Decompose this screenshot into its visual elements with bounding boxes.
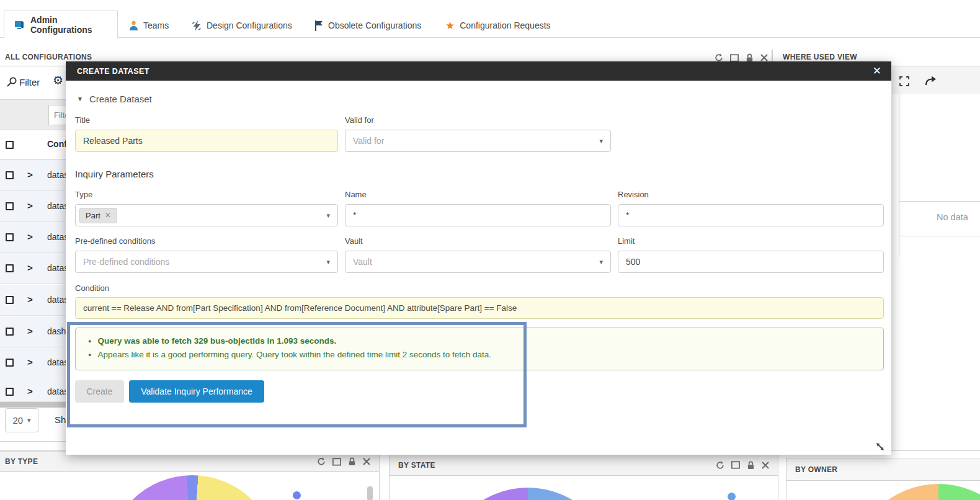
tab-label: Configuration Requests (460, 20, 550, 30)
refresh-icon[interactable] (317, 457, 326, 466)
by-owner-panel: BY OWNER (786, 458, 980, 500)
chevron-right-icon[interactable]: > (27, 357, 33, 367)
close-icon[interactable] (760, 54, 768, 61)
name-label: Name (345, 190, 367, 199)
by-state-legend-dot (728, 493, 736, 500)
person-icon (129, 20, 138, 31)
valid-for-placeholder: Valid for (353, 136, 384, 146)
condition-label: Condition (75, 283, 109, 293)
all-configurations-panel-controls (715, 53, 768, 62)
by-state-panel-controls (716, 461, 769, 470)
highlight-annotation-box (67, 322, 527, 427)
expand-icon[interactable] (899, 76, 909, 86)
chevron-right-icon[interactable]: > (27, 386, 33, 396)
vault-placeholder: Vault (353, 257, 372, 267)
chevron-right-icon[interactable]: > (27, 262, 33, 273)
chip-label: Part (86, 211, 100, 220)
by-state-panel: BY STATE (389, 454, 778, 500)
where-used-table-border (899, 94, 899, 257)
row-label: dash (47, 326, 66, 336)
title-label: Title (75, 115, 90, 125)
window-icon[interactable] (731, 461, 740, 469)
tab-label: Teams (143, 20, 169, 30)
by-type-title: BY TYPE (5, 457, 38, 466)
chevron-right-icon[interactable]: > (27, 200, 33, 211)
chevron-right-icon[interactable]: > (27, 231, 33, 242)
tab-obsolete-configurations[interactable]: Obsolete Configurations (314, 18, 421, 33)
chevron-down-icon: ▾ (599, 258, 603, 266)
vertical-scrollbar[interactable] (367, 486, 373, 500)
type-select[interactable]: Part ✕ ▾ (75, 204, 338, 226)
by-type-legend-dot (293, 491, 301, 499)
table-header-cell: Conf (47, 139, 67, 149)
revision-label: Revision (618, 190, 649, 199)
row-checkbox[interactable] (6, 264, 14, 272)
page-size-select[interactable]: 20 ▾ (5, 408, 38, 432)
lock-icon[interactable] (348, 457, 356, 466)
triangle-down-icon: ▼ (77, 96, 83, 102)
flag-icon (314, 20, 323, 31)
row-checkbox[interactable] (6, 359, 14, 367)
title-input[interactable]: Released Parts (75, 130, 338, 152)
vault-select[interactable]: Vault ▾ (345, 251, 611, 273)
close-icon[interactable] (363, 458, 370, 465)
lock-icon[interactable] (747, 461, 755, 470)
star-icon: ★ (445, 20, 455, 31)
row-checkbox[interactable] (6, 328, 14, 336)
share-icon[interactable] (925, 75, 937, 86)
tab-configuration-requests[interactable]: ★ Configuration Requests (445, 18, 551, 33)
lock-icon[interactable] (746, 53, 754, 62)
chevron-down-icon: ▾ (599, 137, 603, 145)
monitor-icon (14, 20, 25, 30)
modal-title: CREATE DATASET (77, 67, 149, 76)
valid-for-select[interactable]: Valid for ▾ (345, 130, 611, 152)
refresh-icon[interactable] (716, 461, 724, 470)
chevron-right-icon[interactable]: > (27, 169, 33, 180)
name-input[interactable]: * (345, 204, 611, 226)
where-used-row-border (899, 201, 980, 202)
bolt-icon (192, 20, 202, 31)
search-icon[interactable] (6, 76, 17, 87)
type-chip[interactable]: Part ✕ (79, 208, 117, 223)
tab-design-configurations[interactable]: Design Configurations (192, 18, 292, 33)
condition-input[interactable]: current == Release AND from[Part Specifi… (75, 297, 884, 319)
filter-button-label[interactable]: Filter (19, 77, 40, 87)
window-icon[interactable] (332, 458, 341, 466)
tab-teams[interactable]: Teams (129, 18, 169, 33)
row-checkbox[interactable] (6, 202, 14, 210)
limit-input[interactable]: 500 (618, 251, 884, 273)
tab-label: Design Configurations (207, 20, 292, 30)
predefined-conditions-select[interactable]: Pre-defined conditions ▾ (75, 251, 338, 273)
row-checkbox[interactable] (6, 296, 14, 304)
close-icon[interactable]: ✕ (873, 66, 881, 76)
section-toggle-label: Create Dataset (89, 94, 152, 104)
vault-label: Vault (345, 236, 363, 246)
inquiry-parameters-label: Inquiry Parameters (75, 169, 154, 179)
row-checkbox[interactable] (6, 171, 14, 179)
tab-admin-configurations[interactable]: Admin Configurations (4, 11, 118, 38)
window-icon[interactable] (730, 54, 739, 62)
tab-label: Obsolete Configurations (328, 20, 421, 30)
by-owner-pie-chart (852, 484, 980, 500)
revision-input[interactable]: * (618, 204, 884, 226)
by-type-panel-controls (317, 457, 370, 466)
chevron-down-icon: ▾ (326, 212, 330, 220)
modal-header: CREATE DATASET ✕ (66, 61, 891, 81)
select-all-checkbox[interactable] (6, 141, 14, 149)
create-dataset-section-toggle[interactable]: ▼ Create Dataset (77, 94, 152, 104)
where-used-title: WHERE USED VIEW (783, 53, 857, 61)
chevron-right-icon[interactable]: > (27, 294, 33, 305)
by-state-title: BY STATE (394, 461, 435, 470)
resize-icon[interactable] (875, 441, 886, 452)
all-configurations-title: ALL CONFIGURATIONS (5, 53, 92, 61)
close-icon[interactable] (762, 462, 769, 469)
row-checkbox[interactable] (6, 388, 14, 396)
showing-text: Sh (55, 414, 66, 425)
gear-icon[interactable]: ⚙ (53, 74, 63, 86)
chevron-right-icon[interactable]: > (27, 326, 33, 336)
chip-close-icon[interactable]: ✕ (105, 211, 111, 220)
by-type-panel: BY TYPE (0, 451, 380, 500)
by-owner-header: BY OWNER (786, 458, 980, 481)
refresh-icon[interactable] (715, 53, 723, 62)
row-checkbox[interactable] (6, 233, 14, 241)
